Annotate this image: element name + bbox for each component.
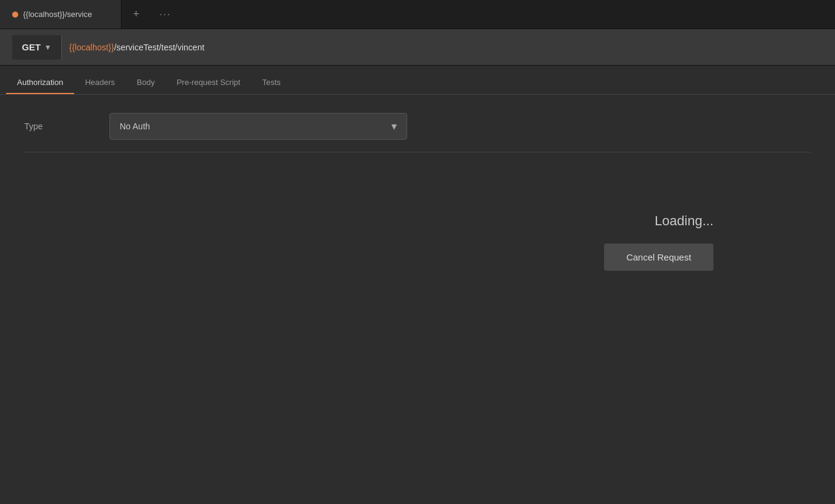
method-label: GET — [22, 42, 41, 52]
loading-area: Loading... Cancel Request — [24, 165, 811, 271]
cancel-request-button[interactable]: Cancel Request — [604, 243, 713, 271]
url-suffix: /serviceTest/test/vincent — [114, 43, 205, 52]
tab-bar: {{localhost}}/service + ··· — [0, 0, 835, 29]
method-chevron-icon: ▼ — [44, 43, 52, 52]
url-input-display[interactable]: {{localhost}}/serviceTest/test/vincent — [69, 43, 823, 52]
tab-authorization[interactable]: Authorization — [6, 72, 74, 94]
tab-title: {{localhost}}/service — [23, 10, 92, 19]
url-bar: GET ▼ {{localhost}}/serviceTest/test/vin… — [0, 29, 835, 66]
main-content: Type No Auth ▾ Loading... Cancel Request — [0, 95, 835, 289]
loading-text: Loading... — [655, 213, 713, 229]
type-row: Type No Auth ▾ — [24, 113, 811, 140]
auth-type-value: No Auth — [120, 121, 150, 131]
tab-add-button[interactable]: + — [122, 0, 151, 29]
auth-type-chevron-icon: ▾ — [391, 120, 397, 133]
request-tabs: Authorization Headers Body Pre-request S… — [0, 66, 835, 95]
tab-prerequest-script[interactable]: Pre-request Script — [166, 72, 252, 94]
tab-item[interactable]: {{localhost}}/service — [0, 0, 122, 29]
section-divider — [24, 152, 811, 152]
auth-type-select[interactable]: No Auth ▾ — [109, 113, 407, 140]
tab-headers[interactable]: Headers — [74, 72, 126, 94]
tab-tests[interactable]: Tests — [251, 72, 291, 94]
tab-more-button[interactable]: ··· — [151, 0, 180, 29]
url-prefix: {{localhost}} — [69, 43, 114, 52]
method-selector[interactable]: GET ▼ — [12, 35, 62, 60]
tab-body[interactable]: Body — [126, 72, 166, 94]
tab-status-dot — [12, 12, 18, 18]
type-label: Type — [24, 121, 97, 131]
